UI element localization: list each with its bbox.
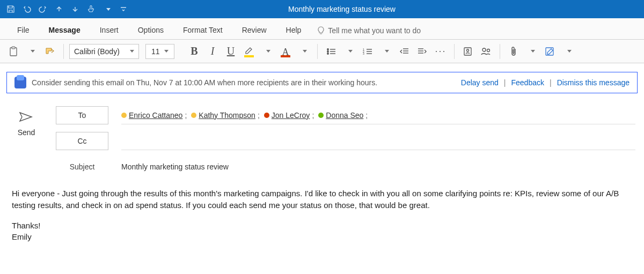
presence-available-icon xyxy=(318,113,324,118)
highlight-dropdown[interactable] xyxy=(259,43,275,60)
save-icon[interactable] xyxy=(4,3,17,16)
send-icon xyxy=(9,112,44,124)
body-paragraph: Hi everyone - Just going through the res… xyxy=(12,188,632,211)
compose-header: Send To Cc Subject Enrico Cattaneo; Kath… xyxy=(6,106,638,176)
bold-button[interactable]: B xyxy=(186,43,202,60)
paste-dropdown[interactable] xyxy=(24,43,40,60)
svg-point-4 xyxy=(327,50,328,51)
body-paragraph: Thanks! xyxy=(12,220,632,232)
window-title: Monthly marketing status review xyxy=(130,5,554,13)
signature-dropdown[interactable] xyxy=(560,43,576,60)
redo-icon[interactable] xyxy=(36,3,49,16)
signature-button[interactable] xyxy=(542,43,558,60)
svg-point-22 xyxy=(482,48,486,51)
numbering-button[interactable]: 123 xyxy=(360,43,376,60)
subject-value: Monthly marketing status review xyxy=(121,162,229,171)
undo-icon[interactable] xyxy=(20,3,33,16)
svg-point-23 xyxy=(487,49,490,51)
bullets-button[interactable] xyxy=(323,43,339,60)
delay-send-link[interactable]: Delay send xyxy=(461,78,499,87)
font-size-select[interactable]: 11 xyxy=(145,44,174,59)
font-color-dropdown[interactable] xyxy=(296,43,312,60)
cc-button[interactable]: Cc xyxy=(56,132,108,150)
svg-point-21 xyxy=(467,49,469,51)
tell-me-placeholder: Tell me what you want to do xyxy=(328,26,421,35)
title-bar: Monthly marketing status review xyxy=(0,0,644,18)
svg-rect-1 xyxy=(12,47,15,49)
ribbon-overflow[interactable]: ··· xyxy=(433,43,449,60)
message-body[interactable]: Hi everyone - Just going through the res… xyxy=(6,176,638,257)
numbering-dropdown[interactable] xyxy=(378,43,394,60)
format-painter-button[interactable] xyxy=(42,43,58,60)
tell-me-search[interactable]: Tell me what you want to do xyxy=(311,22,427,39)
subject-field[interactable]: Monthly marketing status review xyxy=(121,158,635,176)
font-size-value: 11 xyxy=(151,47,160,56)
attach-dropdown[interactable] xyxy=(524,43,540,60)
tab-message[interactable]: Message xyxy=(39,21,90,40)
to-field[interactable]: Enrico Cattaneo; Kathy Thompson; Jon LeC… xyxy=(121,106,635,124)
dismiss-link[interactable]: Dismiss this message xyxy=(557,78,630,87)
touch-mode-icon[interactable] xyxy=(85,3,98,16)
insights-message: Consider sending this email on Thu, Nov … xyxy=(32,78,461,87)
recipient-name: Donna Seo xyxy=(326,111,363,120)
tab-review[interactable]: Review xyxy=(232,21,276,40)
recipient-chip[interactable]: Kathy Thompson; xyxy=(191,111,259,120)
presence-busy-icon xyxy=(264,113,269,118)
chevron-down-icon xyxy=(164,50,169,53)
quick-access-toolbar xyxy=(4,3,130,16)
bullets-dropdown[interactable] xyxy=(341,43,357,60)
chevron-down-icon xyxy=(130,50,134,53)
font-name-value: Calibri (Body) xyxy=(74,47,120,56)
recipient-chip[interactable]: Jon LeCroy; xyxy=(264,111,314,120)
qat-more-icon[interactable] xyxy=(117,3,130,16)
indent-button[interactable] xyxy=(414,43,430,60)
recipient-name: Kathy Thompson xyxy=(199,111,255,120)
svg-point-6 xyxy=(327,53,328,54)
address-book-button[interactable] xyxy=(460,43,476,60)
font-name-select[interactable]: Calibri (Body) xyxy=(69,44,139,59)
svg-text:3: 3 xyxy=(363,52,364,55)
cc-field[interactable] xyxy=(121,132,635,150)
recipient-chip[interactable]: Enrico Cattaneo; xyxy=(121,111,187,120)
font-color-icon: A xyxy=(281,47,290,56)
tab-help[interactable]: Help xyxy=(276,21,311,40)
font-color-button[interactable]: A xyxy=(277,43,294,60)
body-signature: Emily xyxy=(12,231,632,243)
insights-icon xyxy=(14,77,26,88)
qat-dropdown-icon[interactable] xyxy=(101,3,114,16)
underline-button[interactable]: U xyxy=(223,43,239,60)
highlight-button[interactable] xyxy=(241,43,257,60)
recipient-chip[interactable]: Donna Seo; xyxy=(318,111,368,120)
presence-away-icon xyxy=(191,113,196,118)
tab-insert[interactable]: Insert xyxy=(90,21,128,40)
send-label: Send xyxy=(9,128,44,137)
svg-point-2 xyxy=(327,48,328,49)
to-button[interactable]: To xyxy=(56,106,108,124)
separator: | xyxy=(550,78,552,87)
tab-options[interactable]: Options xyxy=(128,21,173,40)
subject-label: Subject xyxy=(70,158,95,176)
ribbon: Calibri (Body) 11 B I U A 123 ··· xyxy=(0,40,644,63)
send-button[interactable]: Send xyxy=(9,106,44,140)
recipient-name: Enrico Cattaneo xyxy=(129,111,182,120)
presence-away-icon xyxy=(121,113,127,118)
insights-suggestion-bar: Consider sending this email on Thu, Nov … xyxy=(6,72,638,93)
ribbon-tabs: File Message Insert Options Format Text … xyxy=(0,18,644,40)
recipient-name: Jon LeCroy xyxy=(272,111,310,120)
italic-button[interactable]: I xyxy=(204,43,221,60)
feedback-link[interactable]: Feedback xyxy=(511,78,544,87)
separator: | xyxy=(504,78,506,87)
next-item-icon[interactable] xyxy=(69,3,82,16)
lightbulb-icon xyxy=(317,26,325,35)
highlight-icon xyxy=(244,47,254,56)
outdent-button[interactable] xyxy=(396,43,412,60)
previous-item-icon[interactable] xyxy=(53,3,65,16)
attach-file-button[interactable] xyxy=(506,43,522,60)
check-names-button[interactable] xyxy=(478,43,494,60)
tab-format-text[interactable]: Format Text xyxy=(173,21,232,40)
paste-button[interactable] xyxy=(5,43,21,60)
tab-file[interactable]: File xyxy=(8,21,39,40)
